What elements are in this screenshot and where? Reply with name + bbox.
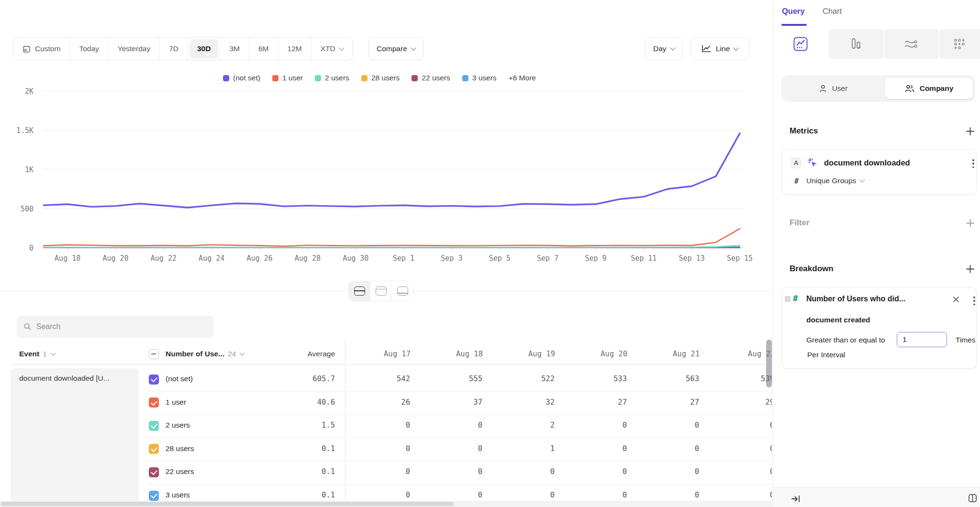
series-label: 1 user [166,398,186,407]
group-column-header[interactable]: Number of Use...24 [166,350,244,358]
horizontal-scrollbar[interactable] [1,502,454,506]
select-all-checkbox[interactable] [149,349,159,359]
chart-type-tabs [773,30,980,58]
series-label: 28 users [166,444,194,453]
table-cell: 0 [560,467,627,476]
tab-more-charts[interactable] [938,30,980,58]
add-filter-button[interactable] [966,219,975,228]
metric-letter-badge: A [791,157,802,168]
column-header-date[interactable]: Aug 21 [650,350,722,358]
row-checkbox[interactable] [149,467,159,477]
table-cell: 0 [560,421,627,430]
table-cell: 522 [488,375,555,383]
user-icon [819,84,827,93]
chevron-down-icon [240,350,245,355]
scope-company-option[interactable]: Company [885,75,973,102]
breakdown-condition-label[interactable]: Greater than or equal to [806,336,885,344]
table-cell: 539 [707,375,772,383]
series-label: 2 users [166,421,190,430]
table-cell: 563 [632,375,699,383]
tab-bar-chart[interactable] [828,30,883,58]
average-value: 40.6 [268,398,335,407]
times-label: Times [956,336,976,344]
per-interval-label: Per Interval [807,351,845,359]
table-cell: 0 [415,444,482,453]
drag-handle-icon[interactable] [785,297,791,302]
sidebar-toggle-icon[interactable] [968,494,977,503]
table-cell: 542 [343,375,410,383]
series-label: (not set) [166,375,193,383]
tab-flow[interactable] [883,30,938,58]
table-cell: 0 [343,467,410,476]
table-cell: 0 [415,421,482,430]
numeric-property-icon: # [793,294,798,303]
row-checkbox[interactable] [149,421,159,431]
row-checkbox[interactable] [149,397,159,408]
average-value: 1.5 [268,421,335,430]
table-cell: 533 [560,375,627,383]
table-cell: 0 [632,444,699,453]
row-checkbox[interactable] [149,491,159,501]
line-chart-tab-icon [793,37,808,51]
close-icon[interactable] [952,296,960,303]
average-column-header[interactable]: Average [258,350,335,358]
breakdown-title: Number of Users who did... [806,295,905,303]
table-cell: 555 [415,375,482,383]
row-separator [146,438,772,438]
range-label: Custom [35,44,60,53]
table-cell: 0 [707,444,772,453]
row-checkbox[interactable] [149,444,159,454]
chevron-down-icon [860,177,865,182]
table-cell: 2 [488,421,555,430]
row-separator [146,414,772,415]
row-separator [146,484,772,485]
times-value-input[interactable]: 1 [897,332,947,347]
event-column-header[interactable]: Event1 [19,350,55,358]
query-panel: Query Chart User [772,0,980,507]
scope-toggle: User Company [781,75,975,102]
column-header-date[interactable]: Aug 18 [434,350,505,358]
table-cell: 0 [707,491,772,499]
column-header-date[interactable]: Aug 19 [506,350,578,358]
table-cell: 0 [632,467,699,476]
scope-user-option[interactable]: User [781,75,885,102]
table-cell: 27 [632,398,699,407]
metric-menu-button[interactable] [972,159,974,168]
table-cell: 0 [707,467,772,476]
metric-card[interactable]: A document downloaded # Unique Groups [782,149,977,195]
breakdown-card[interactable]: # Number of Users who did... document cr… [782,287,977,369]
table-cell: 0 [560,444,627,453]
table-cell: 0 [632,421,699,430]
table-cell: 0 [343,491,410,499]
series-label: 3 users [166,491,190,499]
collapse-panel-icon[interactable] [791,495,801,503]
table-cell: 27 [560,398,627,407]
table-cell: 0 [343,444,410,453]
table-cell: 0 [560,491,627,499]
calendar-icon [22,45,31,53]
row-checkbox[interactable] [149,375,159,385]
add-breakdown-button[interactable] [966,265,975,274]
event-row[interactable]: document downloaded [U... [11,368,139,507]
column-header-date[interactable]: Aug 22 [725,350,772,358]
tab-query[interactable]: Query [782,7,805,16]
table-cell: 0 [632,491,699,499]
table-cell: 1 [488,444,555,453]
tab-chart[interactable]: Chart [823,7,842,16]
metric-event-name: document downloaded [824,158,910,167]
breakdown-menu-button[interactable] [973,297,975,305]
company-icon [904,84,915,93]
active-tab-underline [781,24,807,26]
event-spark-icon [807,157,819,169]
measure-dropdown[interactable]: Unique Groups [806,176,864,185]
header-divider [11,364,772,364]
breakdown-event-name: document created [806,316,870,324]
table-cell: 0 [488,467,555,476]
column-header-date[interactable]: Aug 20 [578,350,650,358]
column-header-date[interactable]: Aug 17 [361,350,433,358]
tab-line-chart[interactable] [773,30,828,58]
table-cell: 32 [488,398,555,407]
add-metric-button[interactable] [966,127,975,136]
table-cell: 0 [488,491,555,499]
results-table: Event1 Number of Use...24 Average docume… [0,0,772,507]
